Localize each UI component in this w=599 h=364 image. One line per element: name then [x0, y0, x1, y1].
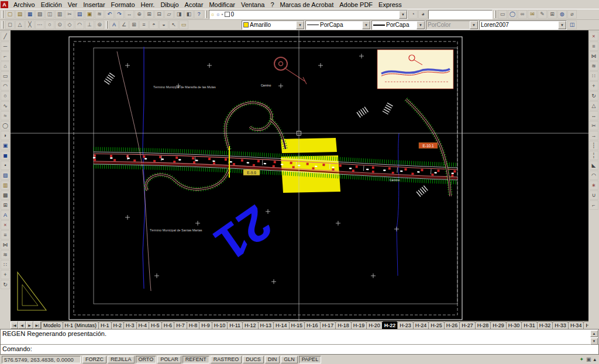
toolbar-lock-icon[interactable]: ▣	[586, 357, 591, 362]
line-icon[interactable]: ╱	[1, 32, 10, 41]
layout-tab[interactable]: H-12	[242, 321, 259, 329]
command-prompt[interactable]: Comando:	[1, 345, 598, 353]
menu-item[interactable]: Herr.	[138, 0, 158, 9]
zoom-previous-icon[interactable]: ⊟	[154, 10, 164, 19]
chevron-down-icon[interactable]: ▼	[558, 21, 566, 29]
array-icon[interactable]: ∷	[1, 260, 10, 269]
render-icon[interactable]: ◍	[557, 10, 567, 19]
circle-icon[interactable]: ○	[1, 91, 10, 100]
color-dropdown[interactable]: Amarillo ▼	[242, 20, 305, 30]
3d-orbit-icon[interactable]: ◯	[508, 10, 517, 19]
zoom-realtime-icon[interactable]: ⊕	[135, 10, 144, 19]
layout-tab[interactable]: H-9	[199, 321, 212, 329]
command-scroll-down-button[interactable]: ▼	[590, 338, 598, 345]
layout-tab[interactable]: H-6	[161, 321, 175, 329]
layout-tab[interactable]: H-13	[258, 321, 274, 329]
lineweight-dropdown[interactable]: PorCapa ▼	[371, 20, 425, 30]
redo-icon[interactable]: ↷	[115, 10, 124, 19]
layout-tab[interactable]: H-32	[537, 321, 553, 329]
menu-item[interactable]: Acotar	[182, 0, 206, 9]
chevron-down-icon[interactable]: ▼	[362, 21, 370, 29]
osnap-endpoint-icon[interactable]: ◻	[5, 20, 15, 29]
layout-tab[interactable]: H-1 (Minutas)	[63, 321, 99, 329]
break-icon[interactable]: ╎	[589, 151, 598, 160]
command-scroll-up-button[interactable]: ▲	[590, 330, 598, 337]
table-icon[interactable]: ⊞	[1, 200, 10, 210]
osnap-perpendicular-icon[interactable]: ⊥	[85, 20, 94, 29]
mirror-icon[interactable]: ⋈	[589, 51, 598, 61]
layout-tab[interactable]: H-11	[227, 321, 243, 329]
menu-item[interactable]: Express	[376, 0, 405, 9]
publish-icon[interactable]: ▥	[55, 10, 64, 19]
cut-icon[interactable]: ✂	[65, 10, 74, 19]
rotate-icon[interactable]: ↻	[589, 91, 598, 100]
draworder-back-icon[interactable]: ◒	[159, 20, 168, 29]
layout-tab[interactable]: H-14	[273, 321, 290, 329]
polygon-icon[interactable]: ⌂	[1, 61, 10, 71]
named-views-icon[interactable]: ▭	[498, 10, 507, 19]
chevron-down-icon[interactable]: ▼	[296, 21, 304, 29]
chamfer-icon[interactable]: ◣	[589, 161, 598, 170]
help-icon[interactable]: ?	[194, 10, 204, 19]
polyline-icon[interactable]: ⌐	[1, 51, 10, 61]
xref-icon[interactable]: ↖	[169, 20, 178, 29]
draworder-front-icon[interactable]: ◓	[149, 20, 159, 29]
make-block-icon[interactable]: ◼	[1, 151, 10, 160]
osnap-intersection-icon[interactable]: ╳	[25, 20, 35, 29]
osnap-tangent-icon[interactable]: ◠	[75, 20, 84, 29]
layout-tab[interactable]: H-23	[397, 321, 414, 329]
layout-tab[interactable]: H-4	[136, 321, 150, 329]
hatch-icon[interactable]: ▨	[1, 171, 10, 180]
mtext-icon[interactable]: A	[1, 210, 10, 220]
menu-item[interactable]: Archivo	[11, 0, 38, 9]
toggle-rejilla[interactable]: REJILLA	[108, 356, 135, 363]
properties-icon[interactable]: ▱	[164, 10, 174, 19]
copy-icon[interactable]: ▤	[75, 10, 84, 19]
menu-item[interactable]: Adobe PDF	[336, 0, 376, 9]
layout-tab[interactable]: H-22	[382, 321, 398, 329]
make-object-layer-current-icon[interactable]: ◔	[408, 10, 418, 19]
osnap-midpoint-icon[interactable]: △	[15, 20, 25, 29]
menu-item[interactable]: Formato	[108, 0, 138, 9]
layout-tab[interactable]: H-29	[490, 321, 507, 329]
save-icon[interactable]: ▦	[25, 10, 35, 19]
command-history[interactable]: REGEN Regenerando presentación.	[1, 330, 598, 345]
layout-tab[interactable]: H-30	[506, 321, 522, 329]
menu-item[interactable]: Marcas de Acrobat	[277, 0, 337, 9]
layout-tab[interactable]: H-17	[320, 321, 336, 329]
menu-item[interactable]: ?	[267, 0, 277, 9]
designcenter-icon[interactable]: ◨	[174, 10, 184, 19]
toggle-orto[interactable]: ORTO	[136, 356, 157, 363]
paste-icon[interactable]: ▣	[85, 10, 94, 19]
status-tray-arrow-icon[interactable]: ▴	[593, 357, 596, 362]
menu-item[interactable]: Dibujo	[157, 0, 181, 9]
toggle-refent[interactable]: REFENT	[183, 356, 209, 363]
layer-dropdown[interactable]: ☼ ☼ ▪ 0 ▼	[209, 10, 408, 19]
ellipse-arc-icon[interactable]: ◗	[1, 131, 10, 140]
layout-tab[interactable]: H-34	[568, 321, 584, 329]
rectangle-icon[interactable]: ▭	[1, 71, 10, 81]
pedit-icon[interactable]: ⌐	[589, 200, 598, 210]
layout-tab[interactable]: H-33	[552, 321, 569, 329]
menu-item[interactable]: Insertar	[80, 0, 108, 9]
layout-tab[interactable]: H-26	[444, 321, 460, 329]
text-style-icon[interactable]: A	[109, 20, 119, 29]
hyperlink-icon[interactable]: ∞	[518, 10, 527, 19]
toggle-forzc[interactable]: FORZC	[82, 356, 106, 363]
pan-icon[interactable]: ↔	[125, 10, 134, 19]
copy-icon[interactable]: ≡	[589, 41, 598, 51]
osnap-extension-icon[interactable]: ⋯	[35, 20, 44, 29]
toggle-polar[interactable]: POLAR	[157, 356, 181, 363]
layout-tab[interactable]: H-5	[149, 321, 162, 329]
open-icon[interactable]: ▤	[15, 10, 25, 19]
tab-nav-prev-button[interactable]: ◀	[18, 321, 26, 329]
toggle-rastreo[interactable]: RASTREO	[211, 356, 242, 363]
osnap-settings-icon[interactable]: ⊚	[95, 20, 104, 29]
osnap-node-icon[interactable]: ⊙	[55, 20, 64, 29]
layout-tab[interactable]: H-20	[366, 321, 383, 329]
tool-palettes-icon[interactable]: ◧	[184, 10, 194, 19]
linetype-dropdown[interactable]: PorCapa ▼	[305, 20, 371, 30]
menu-item[interactable]: Ver	[65, 0, 81, 9]
tab-nav-next-button[interactable]: ▶	[26, 321, 33, 329]
layout-tab[interactable]: H-2	[111, 321, 125, 329]
